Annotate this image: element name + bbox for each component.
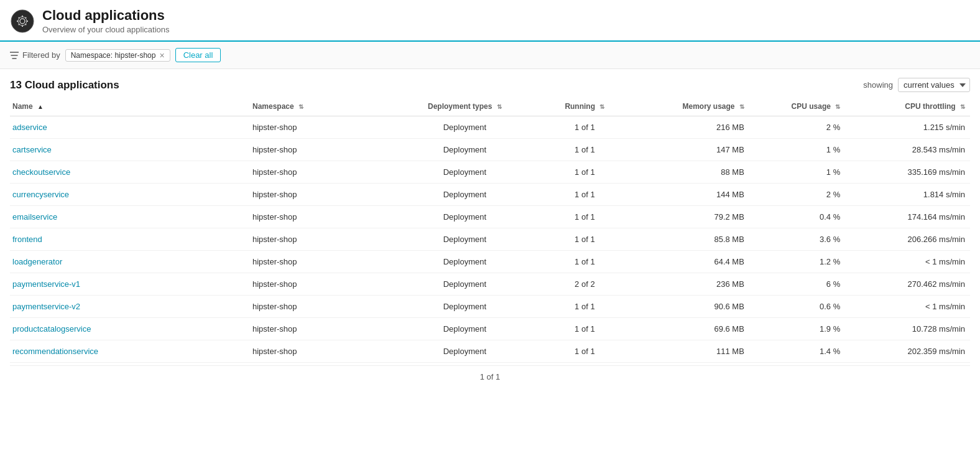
app-link[interactable]: adservice: [12, 123, 47, 132]
svg-line-7: [19, 17, 19, 18]
svg-line-8: [25, 24, 26, 24]
cell-name: currencyservice: [10, 184, 250, 206]
app-link[interactable]: checkoutservice: [12, 167, 70, 177]
cell-deptype: Deployment: [394, 116, 539, 139]
table-row: cartservice hipster-shop Deployment 1 of…: [10, 139, 970, 161]
app-link[interactable]: cartservice: [12, 145, 52, 154]
cell-cpu: 1.4 %: [749, 340, 845, 363]
table-row: emailservice hipster-shop Deployment 1 o…: [10, 206, 970, 228]
cell-memory: 147 MB: [634, 139, 749, 161]
cell-name: checkoutservice: [10, 161, 250, 184]
app-link[interactable]: emailservice: [12, 212, 57, 222]
cell-running: 1 of 1: [538, 296, 634, 318]
col-header-namespace[interactable]: Namespace ⇅: [250, 97, 394, 116]
cell-throttle: 202.359 ms/min: [845, 340, 970, 363]
cell-cpu: 1 %: [749, 161, 845, 184]
cell-name: recommendationservice: [10, 340, 250, 363]
table-row: adservice hipster-shop Deployment 1 of 1…: [10, 116, 970, 139]
col-header-deptype[interactable]: Deployment types ⇅: [394, 97, 539, 116]
table-body: adservice hipster-shop Deployment 1 of 1…: [10, 116, 970, 363]
app-link[interactable]: paymentservice-v2: [12, 302, 80, 311]
sort-icon-running: ⇅: [599, 103, 604, 110]
svg-line-9: [25, 17, 26, 18]
app-link[interactable]: paymentservice-v1: [12, 279, 80, 289]
table-row: currencyservice hipster-shop Deployment …: [10, 184, 970, 206]
cell-deptype: Deployment: [394, 251, 539, 273]
cell-running: 1 of 1: [538, 318, 634, 340]
col-header-memory[interactable]: Memory usage ⇅: [634, 97, 749, 116]
cell-name: cartservice: [10, 139, 250, 161]
svg-point-0: [11, 10, 34, 32]
app-link[interactable]: recommendationservice: [12, 347, 98, 356]
cell-deptype: Deployment: [394, 184, 539, 206]
cell-running: 1 of 1: [538, 340, 634, 363]
page-title: Cloud applications: [42, 7, 170, 24]
svg-line-10: [19, 24, 19, 24]
cell-namespace: hipster-shop: [250, 273, 394, 296]
cell-namespace: hipster-shop: [250, 340, 394, 363]
cell-running: 1 of 1: [538, 184, 634, 206]
cell-running: 1 of 1: [538, 206, 634, 228]
col-header-cpu[interactable]: CPU usage ⇅: [749, 97, 845, 116]
app-link[interactable]: productcatalogservice: [12, 324, 91, 334]
cell-name: loadgenerator: [10, 251, 250, 273]
cell-memory: 144 MB: [634, 184, 749, 206]
filter-tag-remove[interactable]: ×: [159, 51, 164, 60]
cell-running: 1 of 1: [538, 139, 634, 161]
cell-throttle: < 1 ms/min: [845, 296, 970, 318]
table-row: productcatalogservice hipster-shop Deplo…: [10, 318, 970, 340]
sort-asc-icon: ▲: [37, 103, 44, 110]
page-header: Cloud applications Overview of your clou…: [0, 0, 980, 42]
cell-name: paymentservice-v2: [10, 296, 250, 318]
pagination-info: 1 of 1: [480, 372, 501, 381]
cell-memory: 64.4 MB: [634, 251, 749, 273]
app-link[interactable]: loadgenerator: [12, 257, 62, 266]
cell-cpu: 1 %: [749, 139, 845, 161]
cell-cpu: 1.2 %: [749, 251, 845, 273]
filter-label: Filtered by: [10, 50, 60, 60]
cell-namespace: hipster-shop: [250, 296, 394, 318]
cell-namespace: hipster-shop: [250, 116, 394, 139]
cell-throttle: 206.266 ms/min: [845, 228, 970, 251]
showing-select[interactable]: current values 1 hour avg 24 hour avg: [898, 78, 970, 92]
cell-throttle: 174.164 ms/min: [845, 206, 970, 228]
sort-icon-throttle: ⇅: [960, 103, 965, 110]
app-link[interactable]: currencyservice: [12, 190, 69, 199]
cell-cpu: 1.9 %: [749, 318, 845, 340]
cell-throttle: 1.814 s/min: [845, 184, 970, 206]
page-subtitle: Overview of your cloud applications: [42, 25, 170, 34]
cell-running: 1 of 1: [538, 161, 634, 184]
cloud-apps-icon: [10, 9, 35, 34]
cell-deptype: Deployment: [394, 206, 539, 228]
table-row: paymentservice-v2 hipster-shop Deploymen…: [10, 296, 970, 318]
cell-namespace: hipster-shop: [250, 251, 394, 273]
table-row: loadgenerator hipster-shop Deployment 1 …: [10, 251, 970, 273]
col-header-running[interactable]: Running ⇅: [538, 97, 634, 116]
sort-icon-deptype: ⇅: [497, 103, 502, 110]
cell-cpu: 2 %: [749, 184, 845, 206]
cell-deptype: Deployment: [394, 161, 539, 184]
app-link[interactable]: frontend: [12, 235, 42, 244]
table-row: checkoutservice hipster-shop Deployment …: [10, 161, 970, 184]
cell-throttle: 10.728 ms/min: [845, 318, 970, 340]
cell-deptype: Deployment: [394, 296, 539, 318]
filter-bar: Filtered by Namespace: hipster-shop × Cl…: [0, 42, 980, 69]
clear-all-button[interactable]: Clear all: [175, 48, 221, 62]
cell-throttle: 335.169 ms/min: [845, 161, 970, 184]
cell-deptype: Deployment: [394, 139, 539, 161]
cell-running: 1 of 1: [538, 228, 634, 251]
cell-name: emailservice: [10, 206, 250, 228]
cell-name: productcatalogservice: [10, 318, 250, 340]
cell-namespace: hipster-shop: [250, 161, 394, 184]
cell-cpu: 0.6 %: [749, 296, 845, 318]
cell-namespace: hipster-shop: [250, 206, 394, 228]
col-header-name[interactable]: Name ▲: [10, 97, 250, 116]
cell-throttle: 28.543 ms/min: [845, 139, 970, 161]
col-header-throttle[interactable]: CPU throttling ⇅: [845, 97, 970, 116]
cell-running: 2 of 2: [538, 273, 634, 296]
sort-icon-cpu: ⇅: [835, 103, 840, 110]
applications-table: Name ▲ Namespace ⇅ Deployment types ⇅ Ru…: [10, 97, 970, 363]
cell-namespace: hipster-shop: [250, 139, 394, 161]
table-row: frontend hipster-shop Deployment 1 of 1 …: [10, 228, 970, 251]
cell-namespace: hipster-shop: [250, 228, 394, 251]
